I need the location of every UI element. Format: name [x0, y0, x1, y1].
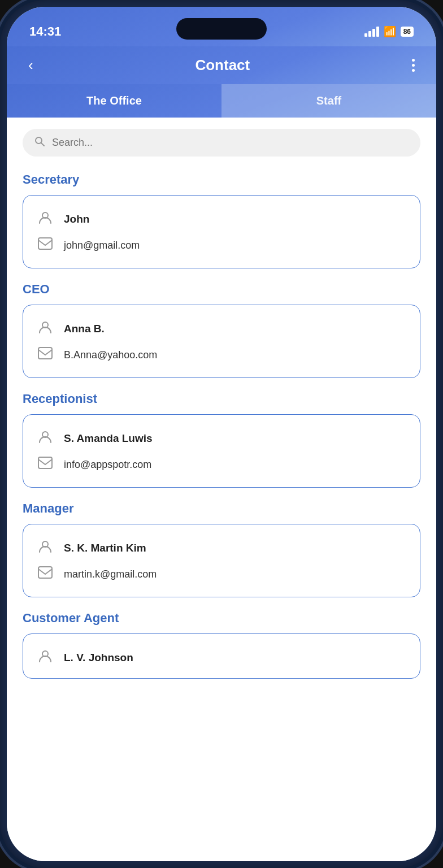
person-icon [37, 320, 54, 338]
contact-card-anna[interactable]: Anna B. B.Anna@yahoo.com [23, 305, 420, 378]
svg-rect-7 [38, 457, 52, 468]
contact-name: S. Amanda Luwis [64, 432, 153, 445]
envelope-icon [37, 237, 54, 253]
contact-name: John [64, 213, 89, 225]
section-manager: Manager S. K. Martin Kim [23, 501, 420, 597]
section-ceo: CEO Anna B. [23, 282, 420, 378]
phone-frame: 14:31 📶 86 ‹ Contact [0, 0, 443, 868]
back-button[interactable]: ‹ [24, 54, 38, 76]
envelope-icon [37, 457, 54, 472]
contact-name: L. V. Johnson [64, 652, 133, 664]
contact-email: john@gmail.com [64, 240, 140, 251]
email-row: info@appspotr.com [37, 452, 406, 477]
person-icon [37, 649, 54, 667]
contact-email: martin.k@gmail.com [64, 568, 157, 580]
contact-card-martin[interactable]: S. K. Martin Kim martin.k@gmail.com [23, 524, 420, 597]
section-label-ceo: CEO [23, 282, 420, 297]
name-row: S. K. Martin Kim [37, 535, 406, 562]
contact-card-amanda[interactable]: S. Amanda Luwis info@appspotr.com [23, 414, 420, 488]
person-icon [37, 539, 54, 557]
contact-name: S. K. Martin Kim [64, 542, 146, 554]
envelope-icon [37, 566, 54, 582]
screen: 14:31 📶 86 ‹ Contact [7, 7, 436, 861]
name-row: S. Amanda Luwis [37, 425, 406, 452]
email-row: john@gmail.com [37, 233, 406, 258]
svg-rect-3 [38, 238, 52, 249]
contact-email: info@appspotr.com [64, 459, 151, 471]
section-secretary: Secretary John [23, 172, 420, 268]
section-label-customer-agent: Customer Agent [23, 611, 420, 626]
header: ‹ Contact [7, 46, 436, 84]
section-label-secretary: Secretary [23, 172, 420, 187]
page-title: Contact [195, 57, 250, 74]
search-input[interactable] [52, 137, 409, 149]
more-menu-button[interactable] [407, 57, 419, 74]
section-customer-agent: Customer Agent L. V. Johnson [23, 611, 420, 679]
tabs: The Office Staff [7, 84, 436, 118]
search-bar[interactable] [23, 129, 420, 157]
svg-line-1 [41, 143, 45, 146]
name-row: L. V. Johnson [37, 644, 406, 671]
envelope-icon [37, 347, 54, 363]
tab-staff[interactable]: Staff [222, 84, 436, 118]
content-area: Secretary John [7, 118, 436, 861]
contact-card-johnson[interactable]: L. V. Johnson [23, 633, 420, 679]
svg-rect-9 [38, 567, 52, 578]
signal-icon [364, 27, 379, 37]
name-row: John [37, 206, 406, 233]
email-row: martin.k@gmail.com [37, 562, 406, 587]
battery-indicator: 86 [401, 27, 414, 37]
status-icons: 📶 86 [364, 25, 414, 38]
wifi-icon: 📶 [384, 25, 396, 38]
search-icon [34, 136, 45, 150]
notch [176, 18, 267, 40]
status-time: 14:31 [29, 24, 61, 39]
tab-the-office[interactable]: The Office [7, 84, 222, 118]
email-row: B.Anna@yahoo.com [37, 342, 406, 367]
contact-name: Anna B. [64, 323, 105, 335]
person-icon [37, 210, 54, 228]
name-row: Anna B. [37, 315, 406, 342]
person-icon [37, 429, 54, 448]
contact-email: B.Anna@yahoo.com [64, 349, 157, 361]
section-label-manager: Manager [23, 501, 420, 516]
section-label-receptionist: Receptionist [23, 392, 420, 406]
contact-card-john[interactable]: John john@gmail.com [23, 195, 420, 268]
svg-rect-5 [38, 348, 52, 359]
section-receptionist: Receptionist S. Amanda Luwis [23, 392, 420, 488]
